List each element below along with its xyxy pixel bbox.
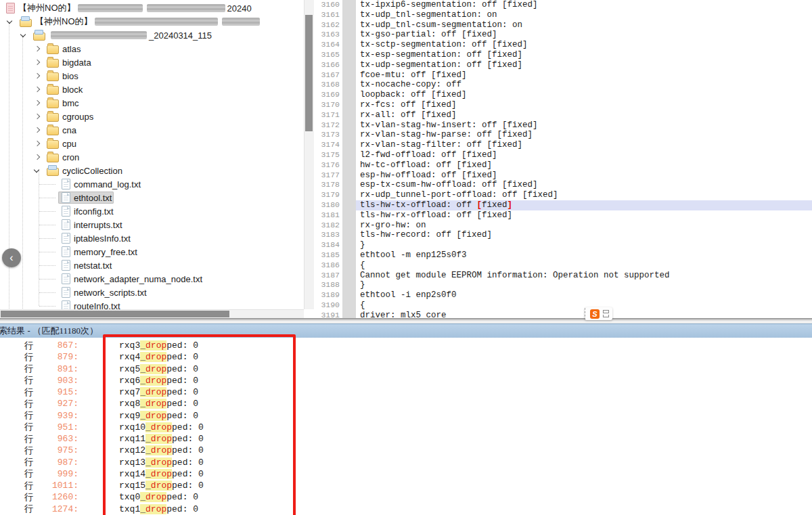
chevron-icon[interactable] [32,98,45,108]
tree-item[interactable]: cpu [45,138,78,150]
tree-item[interactable]: iptablesInfo.txt [58,232,133,244]
tree-item[interactable]: cron [45,152,81,163]
tree-item[interactable]: block [45,84,85,95]
line-code[interactable]: fcoe-mtu: off [fixed] [356,70,812,81]
tree-item[interactable]: interrupts.txt [58,219,125,231]
line-code[interactable]: rx-udp_tunnel-port-offload: off [fixed] [356,190,812,200]
line-code[interactable]: tx-ipxip6-segmentation: off [fixed] [356,0,812,10]
line-code[interactable]: tx-vlan-stag-hw-insert: off [fixed] [356,120,812,131]
line-code[interactable]: tls-hw-rx-offload: off [fixed] [356,210,812,221]
chevron-icon[interactable] [32,71,45,81]
tree-item[interactable]: bigdata [45,57,93,68]
tree-row[interactable]: cna [0,123,303,137]
chevron-icon[interactable] [32,166,45,175]
chevron-icon[interactable] [19,30,31,40]
tree-vertical-scrollbar-thumb[interactable] [305,15,313,131]
line-code[interactable]: { [356,300,812,311]
chevron-icon[interactable] [32,139,45,148]
tree-row[interactable]: bios [0,69,303,83]
line-code[interactable]: tls-hw-tx-offload: off [fixed] [356,200,812,210]
tree-item[interactable]: bios [45,70,81,82]
line-code[interactable]: rx-fcs: off [fixed] [356,100,812,110]
tree-item[interactable]: command_log.txt [58,178,143,190]
line-code[interactable]: ethtool -m enp125s0f3 [356,250,812,261]
line-code[interactable]: Cannot get module EEPROM information: Op… [356,271,812,281]
chevron-icon[interactable] [32,85,45,94]
result-row[interactable]: 行 903: rxq6_dropped: 0 [0,375,812,386]
tree-row[interactable]: cron [0,150,303,164]
tree-item[interactable]: _20240314_115 [31,30,214,41]
chevron-icon[interactable] [32,112,45,121]
tree-item[interactable]: cyclicCollection [45,165,125,177]
tree-row[interactable]: bigdata [0,55,303,69]
tree-row[interactable]: atlas [0,42,303,55]
result-row[interactable]: 行 927: rxq8_dropped: 0 [0,398,812,409]
result-row[interactable]: 行 1011: rxq15_dropped: 0 [0,480,812,491]
tree-item[interactable]: cgroups [45,111,95,122]
chevron-icon[interactable] [5,17,18,26]
line-code[interactable]: } [356,280,812,290]
tree-row[interactable]: 【神州NO的】 20240 [0,1,303,15]
tree-row[interactable]: block [0,83,303,96]
line-code[interactable]: tx-nocache-copy: off [356,80,812,90]
tree-row[interactable]: cyclicCollection [0,164,303,177]
result-row[interactable]: 行 1274: txq1_dropped: 0 [0,503,812,515]
chevron-icon[interactable] [32,152,45,162]
tree-horizontal-scrollbar-thumb[interactable] [1,311,229,317]
tree-row[interactable]: cpu [0,137,303,150]
tree-row[interactable]: cgroups [0,110,303,123]
line-code[interactable]: rx-all: off [fixed] [356,110,812,120]
chevron-icon[interactable] [32,58,45,67]
tree-item[interactable]: ethtool.txt [58,192,114,204]
result-row[interactable]: 行 1260: txq0_dropped: 0 [0,491,812,503]
line-code[interactable]: rx-gro-hw: on [356,221,812,231]
tree-row[interactable]: bmc [0,96,303,110]
result-row[interactable]: 行 879: rxq4_dropped: 0 [0,351,812,363]
tree-item[interactable]: atlas [45,43,83,55]
line-code[interactable]: tx-udp_tnl-segmentation: on [356,10,812,20]
ime-sogou-icon[interactable]: S [590,309,600,319]
line-code[interactable]: tx-udp_tnl-csum-segmentation: on [356,20,812,30]
tree-row[interactable]: 【神州NO的】 [0,15,303,28]
chevron-icon[interactable] [32,44,45,53]
line-code[interactable]: tx-udp-segmentation: off [fixed] [356,60,812,70]
chevron-icon[interactable] [32,125,45,135]
line-code[interactable]: tx-sctp-segmentation: off [fixed] [356,40,812,50]
ime-fullhalf-icon[interactable] [603,310,609,317]
result-row[interactable]: 行 987: rxq13_dropped: 0 [0,457,812,468]
line-code[interactable]: esp-tx-csum-hw-offload: off [fixed] [356,180,812,190]
result-row[interactable]: 行 939: rxq9_dropped: 0 [0,410,812,422]
tree-vertical-scrollbar[interactable] [304,0,314,309]
result-row[interactable]: 行 951: rxq10_dropped: 0 [0,422,812,433]
tree-item[interactable]: bmc [45,97,81,109]
result-row[interactable]: 行 867: rxq3_dropped: 0 [0,340,812,351]
tree-horizontal-scrollbar[interactable] [0,309,304,318]
line-code[interactable]: } [356,240,812,250]
line-code[interactable]: { [356,261,812,271]
line-code[interactable]: esp-hw-offload: off [fixed] [356,171,812,181]
tree-item[interactable]: cna [45,125,78,136]
result-row[interactable]: 行 975: rxq12_dropped: 0 [0,445,812,456]
line-code[interactable]: hw-tc-offload: off [fixed] [356,160,812,171]
line-code[interactable]: ethtool -i enp2s0f0 [356,290,812,300]
editor-pane[interactable]: 3160 tx-ipxip6-segmentation: off [fixed]… [315,0,812,318]
tree-item[interactable]: ifconfig.txt [58,205,116,217]
panel-collapse-button[interactable]: ‹ [2,248,21,267]
line-code[interactable]: tls-hw-record: off [fixed] [356,230,812,240]
result-row[interactable]: 行 999: rxq14_dropped: 0 [0,468,812,480]
line-code[interactable]: rx-vlan-stag-filter: off [fixed] [356,140,812,150]
tree-item[interactable]: 【神州NO的】 20240 [4,1,254,15]
line-code[interactable]: l2-fwd-offload: off [fixed] [356,150,812,160]
line-code[interactable]: tx-gso-partial: off [fixed] [356,30,812,40]
line-code[interactable]: tx-esp-segmentation: off [fixed] [356,50,812,60]
result-row[interactable]: 行 915: rxq7_dropped: 0 [0,386,812,398]
line-code[interactable]: rx-vlan-stag-hw-parse: off [fixed] [356,130,812,140]
tree-item[interactable]: netstat.txt [58,259,114,271]
result-row[interactable]: 行 891: rxq5_dropped: 0 [0,363,812,375]
pane-splitter[interactable] [0,318,812,323]
line-code[interactable]: loopback: off [fixed] [356,90,812,100]
tree-item[interactable]: memory_free.txt [58,246,139,258]
tree-item[interactable]: 【神州NO的】 [18,15,264,28]
tree-item[interactable]: network_scripts.txt [58,286,149,298]
tree-item[interactable]: network_adapter_numa_node.txt [58,273,204,285]
